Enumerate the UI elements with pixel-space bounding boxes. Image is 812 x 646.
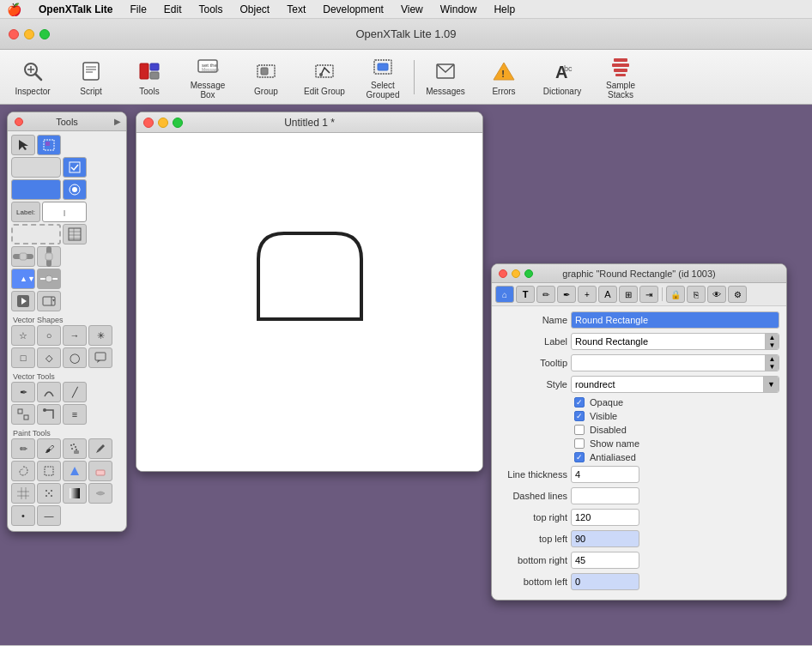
- tool-eyedropper[interactable]: [88, 438, 112, 459]
- toolbar-editgroup[interactable]: Edit Group: [295, 53, 354, 101]
- tool-fill[interactable]: [63, 461, 87, 481]
- toolbar-dictionary[interactable]: A bc Dictionary: [533, 53, 591, 101]
- itb-eye[interactable]: 👁: [707, 286, 726, 303]
- app-close-button[interactable]: [9, 29, 19, 39]
- itb-grid[interactable]: ⊞: [619, 286, 638, 303]
- menu-file[interactable]: File: [126, 3, 149, 16]
- tool-paintbrush[interactable]: 🖌: [37, 438, 61, 459]
- menu-window[interactable]: Window: [437, 3, 481, 16]
- tooltip-dropdown-arrow[interactable]: ▲▼: [765, 355, 779, 371]
- itb-a[interactable]: A: [598, 286, 617, 303]
- tool-arrow[interactable]: [11, 135, 35, 155]
- itb-home[interactable]: ⌂: [495, 286, 514, 303]
- tool-vscroll[interactable]: [37, 246, 61, 267]
- menu-object[interactable]: Object: [237, 3, 274, 16]
- toolbar-samplestacks[interactable]: Sample Stacks: [591, 53, 650, 101]
- menu-text[interactable]: Text: [283, 3, 309, 16]
- tool-transform[interactable]: [37, 404, 61, 425]
- tool-blue-button[interactable]: [11, 179, 61, 200]
- tools-close-button[interactable]: [15, 118, 23, 126]
- menu-development[interactable]: Development: [319, 3, 387, 16]
- itb-pen[interactable]: ✏: [536, 286, 555, 303]
- tool-select[interactable]: [37, 135, 61, 155]
- tool-blend[interactable]: [63, 483, 87, 504]
- toolbar-group[interactable]: Group: [237, 53, 295, 101]
- tool-diamond[interactable]: ◇: [37, 347, 61, 368]
- tool-eraser[interactable]: [88, 461, 112, 481]
- canvas-minimize-button[interactable]: [158, 118, 168, 128]
- tool-button[interactable]: [11, 157, 61, 178]
- style-select[interactable]: roundrect ▼: [571, 376, 779, 393]
- name-input[interactable]: [571, 311, 779, 329]
- menu-app[interactable]: OpenXTalk Lite: [35, 3, 116, 16]
- tool-snowflake[interactable]: ✳: [88, 325, 112, 346]
- itb-plus[interactable]: +: [578, 286, 597, 303]
- itb-pencil[interactable]: ✒: [557, 286, 576, 303]
- toolbar-errors[interactable]: ! Errors: [475, 53, 533, 101]
- label-select[interactable]: Round Rectangle ▲▼: [571, 333, 779, 350]
- tool-combobox[interactable]: [37, 291, 61, 311]
- tool-align[interactable]: ≡: [63, 404, 87, 425]
- tool-curve[interactable]: [37, 382, 61, 402]
- toolbar-selectgrouped[interactable]: Select Grouped: [354, 53, 412, 101]
- cb-antialiased[interactable]: ✓: [574, 452, 585, 462]
- itb-text[interactable]: T: [516, 286, 535, 303]
- toolbar-script[interactable]: Script: [62, 53, 120, 101]
- tool-callout[interactable]: [88, 347, 112, 368]
- apple-menu-icon[interactable]: 🍎: [7, 3, 21, 16]
- tool-field[interactable]: |: [42, 202, 87, 222]
- tool-pen[interactable]: ✒: [11, 382, 35, 402]
- tool-dot[interactable]: •: [11, 505, 35, 526]
- tool-image[interactable]: [11, 224, 61, 245]
- top-left-input[interactable]: [571, 530, 639, 547]
- tool-checkbox[interactable]: [63, 157, 87, 178]
- cb-opaque[interactable]: ✓: [574, 397, 585, 408]
- tool-selectrect[interactable]: [37, 461, 61, 481]
- toolbar-messagebox[interactable]: set the Message Message Box: [179, 53, 237, 101]
- tooltip-select[interactable]: ▲▼: [571, 354, 779, 371]
- tool-dots[interactable]: [37, 483, 61, 504]
- inspector-minimize-button[interactable]: [512, 269, 520, 278]
- itb-lock[interactable]: 🔒: [666, 286, 685, 303]
- cb-visible[interactable]: ✓: [574, 411, 585, 421]
- tool-rect[interactable]: □: [11, 347, 35, 368]
- top-right-input[interactable]: [571, 509, 639, 526]
- cb-disabled[interactable]: [574, 425, 585, 435]
- cb-showname[interactable]: [574, 438, 585, 449]
- tool-line[interactable]: ╱: [63, 382, 87, 402]
- canvas-maximize-button[interactable]: [173, 118, 183, 128]
- tool-player[interactable]: [11, 291, 35, 311]
- app-maximize-button[interactable]: [39, 29, 50, 39]
- tool-label[interactable]: Label:: [11, 202, 40, 222]
- tool-lasoo[interactable]: [11, 461, 35, 481]
- line-thickness-input[interactable]: [571, 466, 639, 483]
- inspector-maximize-button[interactable]: [524, 269, 533, 278]
- tool-smudge[interactable]: [88, 483, 112, 504]
- tool-circle[interactable]: ○: [37, 325, 61, 346]
- menu-help[interactable]: Help: [490, 3, 518, 16]
- tool-star[interactable]: ☆: [11, 325, 35, 346]
- tool-spraypaint[interactable]: [63, 438, 87, 459]
- app-minimize-button[interactable]: [24, 29, 34, 39]
- menu-edit[interactable]: Edit: [161, 3, 185, 16]
- tool-slider[interactable]: [37, 269, 61, 289]
- itb-copy[interactable]: ⎘: [687, 286, 706, 303]
- menu-tools[interactable]: Tools: [196, 3, 227, 16]
- bottom-left-input[interactable]: [571, 573, 639, 590]
- tool-grid[interactable]: [11, 483, 35, 504]
- tool-radio[interactable]: [63, 179, 87, 200]
- tool-arrow-shape[interactable]: →: [63, 325, 87, 346]
- tool-bezier[interactable]: [11, 404, 35, 425]
- toolbar-messages[interactable]: Messages: [416, 53, 475, 101]
- label-dropdown-arrow[interactable]: ▲▼: [765, 334, 779, 349]
- menu-view[interactable]: View: [397, 3, 427, 16]
- style-dropdown-arrow[interactable]: ▼: [763, 377, 779, 392]
- canvas-close-button[interactable]: [143, 118, 154, 128]
- dashed-lines-input[interactable]: [571, 487, 639, 504]
- canvas-content[interactable]: [136, 133, 482, 471]
- tool-dash-line[interactable]: —: [37, 505, 61, 526]
- inspector-close-button[interactable]: [499, 269, 507, 278]
- tool-table[interactable]: [63, 224, 87, 245]
- toolbar-tools[interactable]: Tools: [120, 53, 179, 101]
- bottom-right-input[interactable]: [571, 552, 639, 569]
